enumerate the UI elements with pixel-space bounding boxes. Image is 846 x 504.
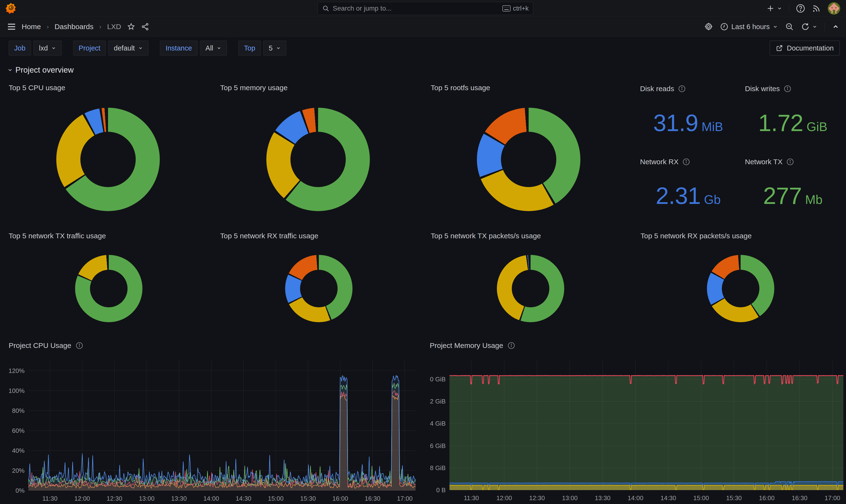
svg-text:17:00: 17:00: [825, 494, 840, 502]
project-memory-usage-chart[interactable]: 40 GiB32 GiB24 GiB16 GiB8 GiB0 B11:3012:…: [430, 354, 846, 504]
panel-title[interactable]: Top 5 network TX traffic usage: [8, 232, 106, 240]
donut-hole: [290, 132, 346, 187]
panel-title[interactable]: Top 5 memory usage: [220, 84, 287, 92]
stat-value: 31.9MiB: [653, 109, 723, 137]
stat-value: 1.72GiB: [758, 109, 827, 137]
svg-text:11:30: 11:30: [464, 494, 479, 502]
donut-chart[interactable]: [75, 255, 142, 322]
donut-hole: [81, 132, 136, 187]
info-icon[interactable]: [682, 158, 690, 166]
section-title: Project overview: [15, 66, 74, 74]
chevron-down-icon: [216, 46, 222, 51]
refresh-button[interactable]: [801, 22, 817, 31]
donut-chart[interactable]: [707, 255, 774, 322]
breadcrumb-dashboards[interactable]: Dashboards: [55, 23, 93, 31]
svg-text:16:00: 16:00: [333, 495, 348, 502]
zoom-out-icon: [785, 22, 794, 31]
panel-title[interactable]: Project Memory Usage: [430, 341, 515, 349]
clock-icon: [720, 23, 728, 31]
donut-chart[interactable]: [497, 255, 564, 322]
info-icon[interactable]: [678, 85, 686, 93]
chevron-down-icon: [138, 46, 143, 51]
svg-text:14:00: 14:00: [203, 495, 219, 502]
help-icon: [796, 4, 805, 13]
help-button[interactable]: [796, 4, 805, 13]
stat-number: 277: [763, 182, 802, 210]
donut-hole: [722, 270, 759, 307]
svg-text:15:30: 15:30: [300, 495, 316, 502]
news-feed-icon[interactable]: [812, 4, 821, 13]
donut-chart[interactable]: [285, 255, 353, 322]
stat-value: 2.31Gb: [656, 182, 721, 210]
time-range-label: Last 6 hours: [731, 23, 770, 31]
variable-job-value[interactable]: lxd: [33, 41, 61, 56]
favorite-star-button[interactable]: [127, 23, 135, 31]
info-icon[interactable]: [786, 158, 794, 166]
breadcrumb-separator: ›: [47, 23, 49, 31]
panel-title[interactable]: Top 5 CPU usage: [8, 84, 65, 92]
dashboard-nav-bar: Home › Dashboards › LXD: [0, 17, 846, 37]
svg-text:8 GiB: 8 GiB: [430, 464, 446, 471]
variable-top-label: Top: [239, 41, 261, 56]
donut-hole: [501, 132, 556, 187]
variable-project: Project default: [73, 41, 148, 56]
info-icon[interactable]: [784, 85, 791, 93]
stat-value: 277Mb: [763, 182, 823, 210]
panel-title[interactable]: Top 5 network TX packets/s usage: [431, 232, 541, 240]
donut-hole: [300, 270, 338, 307]
variable-job-label: Job: [8, 41, 31, 56]
chevron-up-icon: [832, 23, 839, 30]
new-button[interactable]: [766, 4, 782, 13]
donut-chart[interactable]: [56, 108, 160, 211]
global-search[interactable]: ctrl+k: [318, 2, 533, 15]
search-input[interactable]: [333, 4, 499, 12]
stat-panel-title[interactable]: Disk reads: [640, 85, 686, 93]
panel-title[interactable]: Top 5 network RX packets/s usage: [640, 232, 752, 240]
stat-panel-title[interactable]: Disk writes: [745, 85, 791, 93]
chevron-down-icon: [51, 46, 56, 51]
dashboard-settings-button[interactable]: [704, 22, 713, 31]
panel-title[interactable]: Project CPU Usage: [8, 341, 83, 349]
svg-text:12:30: 12:30: [529, 494, 545, 502]
variable-instance-value[interactable]: All: [200, 41, 227, 56]
svg-text:20%: 20%: [12, 467, 24, 474]
variable-top-value[interactable]: 5: [263, 41, 286, 56]
stat-number: 2.31: [656, 182, 701, 210]
user-avatar[interactable]: [828, 2, 840, 15]
stat-number: 1.72: [758, 109, 803, 137]
breadcrumb-current: LXD: [107, 23, 121, 31]
breadcrumb-home[interactable]: Home: [22, 23, 41, 31]
chevron-down-icon: [777, 6, 782, 11]
topbar-divider: [789, 4, 789, 13]
info-icon[interactable]: [75, 342, 83, 349]
grafana-logo-icon[interactable]: [5, 2, 16, 15]
svg-text:120%: 120%: [8, 367, 24, 374]
svg-text:0%: 0%: [15, 487, 24, 494]
zoom-out-time-button[interactable]: [785, 22, 794, 31]
svg-text:14:30: 14:30: [660, 494, 676, 502]
stat-panel-title[interactable]: Network RX: [640, 158, 690, 166]
svg-text:40%: 40%: [12, 447, 24, 454]
row-project-overview[interactable]: Project overview: [7, 66, 74, 74]
chevron-down-icon: [812, 24, 817, 29]
panel-title[interactable]: Top 5 network RX traffic usage: [220, 232, 318, 240]
donut-chart[interactable]: [477, 108, 580, 211]
time-range-picker[interactable]: Last 6 hours: [720, 23, 778, 31]
menu-toggle-button[interactable]: [7, 23, 16, 30]
svg-text:13:30: 13:30: [171, 495, 187, 502]
donut-hole: [512, 270, 549, 307]
svg-text:11:30: 11:30: [42, 495, 57, 502]
svg-text:15:00: 15:00: [693, 494, 709, 502]
chevron-down-icon: [773, 24, 778, 29]
documentation-button[interactable]: Documentation: [770, 41, 840, 56]
collapse-toolbar-button[interactable]: [832, 23, 839, 30]
info-icon[interactable]: [508, 342, 515, 349]
stat-panel-title[interactable]: Network TX: [745, 158, 794, 166]
stat-unit: GiB: [807, 120, 827, 134]
svg-text:16 GiB: 16 GiB: [430, 442, 446, 449]
share-button[interactable]: [141, 23, 149, 31]
panel-title[interactable]: Top 5 rootfs usage: [431, 84, 490, 92]
donut-chart[interactable]: [266, 108, 370, 211]
variable-project-value[interactable]: default: [108, 41, 148, 56]
project-cpu-usage-chart[interactable]: 120%100%80%60%40%20%0%11:3012:0012:3013:…: [8, 354, 420, 504]
